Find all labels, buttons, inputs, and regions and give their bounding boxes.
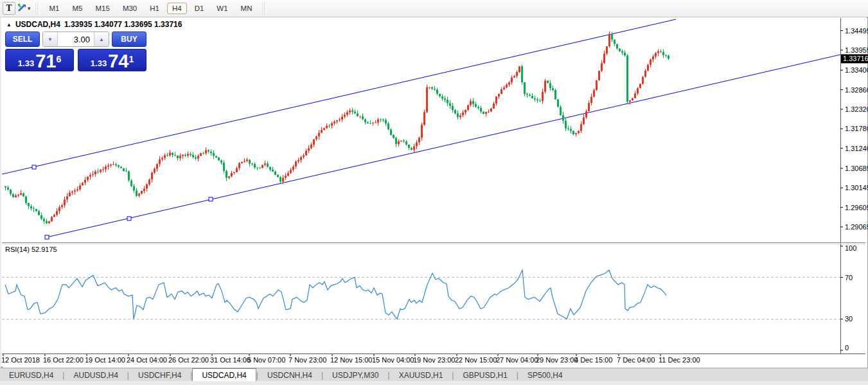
sell-price-pips: 71	[35, 53, 56, 69]
timeframe-button-h1[interactable]: H1	[145, 3, 164, 14]
timeframe-button-mn[interactable]: MN	[236, 3, 258, 14]
triangle-up-icon: ▲	[99, 37, 104, 42]
sell-button-label: SELL	[13, 35, 33, 44]
chart-symbol-period: USDCAD,H4	[15, 20, 60, 29]
status-strip	[0, 381, 868, 385]
buy-price-pips: 74	[108, 53, 128, 69]
channel-handle[interactable]	[45, 235, 49, 239]
timeframe-button-h4[interactable]: H4	[167, 3, 187, 14]
chart-ohlc-values: 1.33935 1.34077 1.33695 1.33716	[64, 20, 182, 29]
top-toolbar: T ▾ M1M5M15M30H1H4D1W1MN	[0, 0, 868, 17]
chart-tab-usdjpy-m30[interactable]: USDJPY,M30	[323, 368, 387, 382]
chart-tab-usdcnh-h4[interactable]: USDCNH,H4	[258, 368, 321, 382]
timeframe-button-d1[interactable]: D1	[190, 3, 209, 14]
chart-tab-usdcad-h4[interactable]: USDCAD,H4	[192, 368, 256, 382]
volume-decrease-button[interactable]: ▼	[43, 32, 58, 46]
toolbar-separator	[262, 2, 267, 15]
buy-price-major: 1.33	[91, 58, 107, 69]
timeframe-button-m30[interactable]: M30	[118, 3, 142, 14]
one-click-trading-panel: SELL ▼ 3.00 ▲ BUY 1.33 71 6 1.	[5, 31, 146, 71]
chart-tab-audusd-h4[interactable]: AUDUSD,H4	[64, 368, 127, 382]
buy-price-point: 1	[128, 49, 134, 69]
sell-price-major: 1.33	[18, 58, 34, 69]
volume-input[interactable]: 3.00	[58, 32, 94, 46]
chart-tabs-bar: EURUSD,H4|AUDUSD,H4|USDCHF,H4|USDCAD,H4|…	[0, 368, 868, 382]
collapse-triangle-icon[interactable]: ▲	[6, 22, 12, 28]
volume-spinner: ▼ 3.00 ▲	[42, 31, 109, 47]
chart-tab-sp500-h4[interactable]: SP500,H4	[518, 368, 572, 382]
triangle-down-icon: ▼	[48, 37, 53, 42]
chart-tab-gbpusd-h1[interactable]: GBPUSD,H1	[454, 368, 516, 382]
buy-price-box[interactable]: 1.33 74 1	[78, 49, 146, 71]
time-axis[interactable]	[2, 354, 865, 366]
timeframe-button-m1[interactable]: M1	[44, 3, 65, 14]
channel-handle[interactable]	[209, 197, 213, 201]
timeframe-button-m5[interactable]: M5	[67, 3, 88, 14]
channel-handle[interactable]	[127, 217, 131, 220]
timeframe-button-w1[interactable]: W1	[211, 3, 233, 14]
chart-tab-eurusd-h4[interactable]: EURUSD,H4	[0, 368, 62, 382]
chart-title: ▲ USDCAD,H4 1.33935 1.34077 1.33695 1.33…	[6, 20, 182, 29]
channel-handle[interactable]	[32, 165, 36, 169]
text-label-tool-button[interactable]: T	[3, 2, 15, 15]
timeframe-group: M1M5M15M30H1H4D1W1MN	[43, 3, 259, 14]
arrows-tool-icon	[17, 3, 26, 14]
text-tool-icon: T	[6, 4, 12, 13]
volume-increase-button[interactable]: ▲	[94, 32, 109, 46]
toolbar-separator	[35, 2, 40, 15]
sell-button[interactable]: SELL	[5, 31, 40, 47]
chart-tab-usdchf-h4[interactable]: USDCHF,H4	[129, 368, 190, 382]
arrows-tool-button[interactable]: ▾	[17, 2, 31, 15]
sell-price-box[interactable]: 1.33 71 6	[5, 49, 74, 71]
price-axis[interactable]	[841, 18, 866, 354]
chevron-down-icon: ▾	[28, 5, 31, 12]
buy-button[interactable]: BUY	[112, 31, 146, 47]
rsi-indicator-label: RSI(14) 52.9175	[5, 246, 57, 253]
sell-price-point: 6	[56, 49, 61, 69]
mt4-window: 1.344951.339551.334001.328601.323201.317…	[0, 0, 868, 385]
timeframe-button-m15[interactable]: M15	[91, 3, 115, 14]
chart-tab-xauusd-h1[interactable]: XAUUSD,H1	[390, 368, 452, 382]
buy-button-label: BUY	[121, 35, 137, 44]
